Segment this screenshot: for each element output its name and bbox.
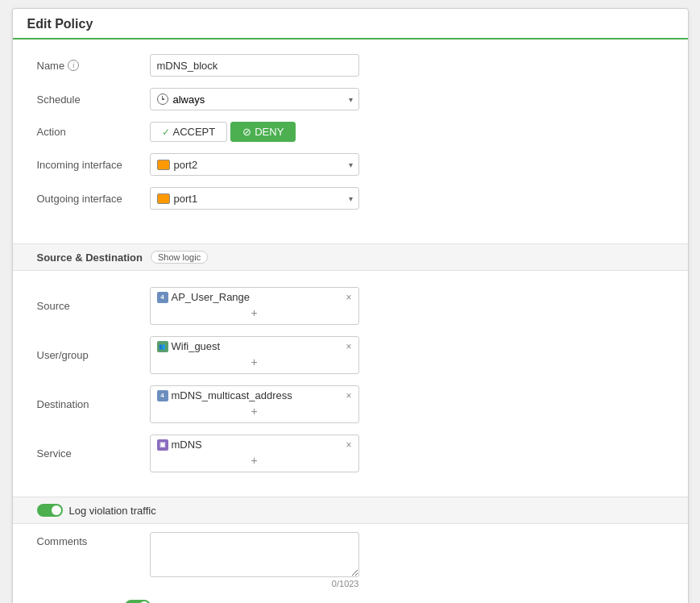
accept-label: ACCEPT bbox=[173, 126, 216, 138]
name-label: Name i bbox=[37, 60, 150, 72]
panel-body: Name i Schedule always ▾ Action ✓ ACC bbox=[13, 40, 688, 235]
destination-tag-label: mDNS_multicast_address bbox=[172, 389, 292, 401]
destination-tag-icon: 4 bbox=[157, 390, 168, 401]
service-field: ▣ mDNS × + bbox=[150, 435, 359, 472]
panel-header: Edit Policy bbox=[13, 9, 688, 40]
show-logic-button[interactable]: Show logic bbox=[151, 251, 208, 264]
source-destination-section: Source & Destination Show logic bbox=[13, 243, 688, 271]
usergroup-tag-row: 👥 Wifi_guest × bbox=[157, 340, 352, 352]
usergroup-label: User/group bbox=[37, 349, 150, 361]
schedule-wrapper: always ▾ bbox=[150, 88, 359, 110]
incoming-row: Incoming interface port2 ▾ bbox=[37, 153, 664, 176]
source-label: Source bbox=[37, 300, 150, 312]
log-section: Log violation traffic bbox=[13, 497, 688, 524]
destination-add-button[interactable]: + bbox=[157, 403, 352, 419]
outgoing-interface-select[interactable]: port1 bbox=[150, 187, 359, 210]
schedule-label: Schedule bbox=[37, 94, 150, 106]
name-row: Name i bbox=[37, 54, 664, 77]
destination-tag-close[interactable]: × bbox=[346, 391, 351, 401]
destination-row: Destination 4 mDNS_multicast_address × + bbox=[37, 385, 664, 423]
action-label: Action bbox=[37, 126, 150, 138]
outgoing-wrapper: port1 ▾ bbox=[150, 187, 359, 210]
comments-section: Comments 0/1023 bbox=[13, 532, 688, 588]
source-tag-item: 4 AP_User_Range bbox=[157, 291, 251, 303]
enable-label: Enable this policy bbox=[37, 601, 118, 604]
incoming-label: Incoming interface bbox=[37, 159, 150, 171]
name-input[interactable] bbox=[150, 54, 359, 77]
destination-label: Destination bbox=[37, 398, 150, 410]
log-label: Log violation traffic bbox=[69, 505, 156, 517]
deny-circle-icon: ⊘ bbox=[242, 126, 251, 138]
usergroup-field: 👥 Wifi_guest × + bbox=[150, 336, 359, 374]
check-icon: ✓ bbox=[162, 127, 170, 138]
enable-row: Enable this policy bbox=[13, 588, 688, 603]
panel-title: Edit Policy bbox=[27, 17, 93, 31]
destination-tag-item: 4 mDNS_multicast_address bbox=[157, 389, 292, 401]
schedule-select[interactable]: always bbox=[150, 88, 359, 110]
usergroup-tag-item: 👥 Wifi_guest bbox=[157, 340, 221, 352]
source-add-button[interactable]: + bbox=[157, 305, 352, 321]
comments-textarea[interactable] bbox=[150, 532, 359, 577]
action-row: Action ✓ ACCEPT ⊘ DENY bbox=[37, 122, 664, 142]
source-destination-body: Source 4 AP_User_Range × + User/group 👥 bbox=[13, 279, 688, 489]
deny-label: DENY bbox=[255, 126, 284, 138]
service-tag-label: mDNS bbox=[172, 439, 202, 451]
outgoing-iface-value: port1 bbox=[174, 193, 198, 205]
service-add-button[interactable]: + bbox=[157, 452, 352, 468]
outgoing-iface-icon bbox=[157, 193, 170, 204]
schedule-clock-icon bbox=[157, 94, 168, 105]
incoming-interface-select[interactable]: port2 bbox=[150, 153, 359, 176]
outgoing-label: Outgoing interface bbox=[37, 193, 150, 205]
outgoing-row: Outgoing interface port1 ▾ bbox=[37, 187, 664, 210]
edit-policy-panel: Edit Policy Name i Schedule always ▾ Act bbox=[12, 8, 689, 603]
incoming-wrapper: port2 ▾ bbox=[150, 153, 359, 176]
service-tag-row: ▣ mDNS × bbox=[157, 439, 352, 451]
accept-button[interactable]: ✓ ACCEPT bbox=[150, 122, 228, 142]
usergroup-row: User/group 👥 Wifi_guest × + bbox=[37, 336, 664, 374]
destination-field: 4 mDNS_multicast_address × + bbox=[150, 385, 359, 423]
comments-wrapper: 0/1023 bbox=[150, 532, 359, 588]
source-tag-label: AP_User_Range bbox=[172, 291, 251, 303]
log-toggle[interactable] bbox=[37, 504, 63, 517]
source-tag-close[interactable]: × bbox=[346, 293, 351, 302]
source-field: 4 AP_User_Range × + bbox=[150, 287, 359, 325]
usergroup-tag-close[interactable]: × bbox=[346, 342, 351, 351]
service-row: Service ▣ mDNS × + bbox=[37, 435, 664, 472]
incoming-iface-icon bbox=[157, 160, 170, 170]
section-title: Source & Destination bbox=[37, 252, 143, 264]
schedule-row: Schedule always ▾ bbox=[37, 88, 664, 110]
service-tag-item: ▣ mDNS bbox=[157, 439, 202, 451]
source-tag-icon: 4 bbox=[157, 292, 168, 303]
service-tag-icon: ▣ bbox=[157, 439, 168, 451]
source-row: Source 4 AP_User_Range × + bbox=[37, 287, 664, 325]
usergroup-tag-label: Wifi_guest bbox=[172, 340, 221, 352]
deny-button[interactable]: ⊘ DENY bbox=[230, 122, 296, 142]
schedule-value: always bbox=[173, 94, 205, 106]
enable-toggle[interactable] bbox=[125, 600, 151, 603]
comments-label: Comments bbox=[37, 532, 150, 547]
service-tag-close[interactable]: × bbox=[346, 440, 351, 450]
usergroup-add-button[interactable]: + bbox=[157, 354, 352, 370]
comments-count: 0/1023 bbox=[150, 579, 359, 588]
source-tag-row: 4 AP_User_Range × bbox=[157, 291, 352, 303]
service-label: Service bbox=[37, 447, 150, 460]
action-group: ✓ ACCEPT ⊘ DENY bbox=[150, 122, 296, 142]
name-info-icon[interactable]: i bbox=[68, 60, 79, 71]
usergroup-tag-icon: 👥 bbox=[157, 341, 168, 352]
destination-tag-row: 4 mDNS_multicast_address × bbox=[157, 389, 352, 401]
incoming-iface-value: port2 bbox=[174, 159, 198, 171]
comments-row: Comments 0/1023 bbox=[37, 532, 664, 588]
